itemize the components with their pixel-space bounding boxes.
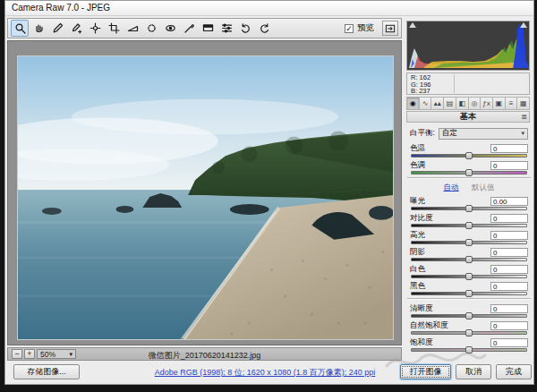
- slider-track[interactable]: [411, 314, 527, 318]
- slider-thumb[interactable]: [465, 222, 473, 229]
- adjustment-brush-tool-button[interactable]: [180, 20, 198, 37]
- slider-track[interactable]: [411, 292, 527, 295]
- zoom-tool-icon: [14, 22, 26, 34]
- slider-色温: 色温0: [410, 143, 528, 158]
- slider-value-input[interactable]: 0: [490, 161, 528, 170]
- fullscreen-toggle-button[interactable]: [382, 21, 398, 36]
- slider-track[interactable]: [411, 207, 527, 210]
- preview-status-strip: − + 50% ▾ 微信图片_20170620141232.jpg: [7, 347, 402, 361]
- default-link[interactable]: 默认值: [472, 183, 495, 192]
- preview-toggle: ✓ 预览: [345, 21, 398, 36]
- auto-default-row: 自动 默认值: [410, 183, 528, 192]
- slider-track[interactable]: [411, 241, 527, 244]
- slider-label: 色调: [410, 160, 425, 171]
- rotate-left-icon: [240, 22, 251, 34]
- slider-track[interactable]: [411, 348, 527, 352]
- done-button[interactable]: 完成: [496, 364, 532, 379]
- rotate-right-button[interactable]: [255, 20, 273, 37]
- slider-label: 自然饱和度: [410, 320, 448, 331]
- preview-checkbox[interactable]: ✓: [345, 24, 354, 33]
- adjustment-brush-tool-icon: [183, 22, 195, 34]
- slider-track[interactable]: [411, 171, 527, 175]
- slider-value-input[interactable]: 0: [490, 214, 528, 223]
- photo-preview[interactable]: [17, 55, 394, 340]
- white-balance-tool-button[interactable]: [48, 20, 66, 37]
- preferences-icon: [221, 22, 233, 34]
- targeted-adjustment-tool-button[interactable]: [86, 20, 104, 37]
- zoom-tool-button[interactable]: [11, 20, 29, 37]
- tab-effects[interactable]: ƒx: [481, 97, 493, 110]
- cancel-button[interactable]: 取消: [456, 364, 491, 379]
- slider-track[interactable]: [411, 224, 527, 227]
- tab-tone-curve[interactable]: ∿: [420, 97, 432, 110]
- open-image-button[interactable]: 打开图像: [400, 364, 451, 379]
- slider-track[interactable]: [411, 258, 527, 261]
- auto-link[interactable]: 自动: [444, 183, 459, 192]
- slider-thumb[interactable]: [465, 312, 473, 320]
- camera-raw-dialog: Camera Raw 7.0 - JPEG ✓ 预览: [4, 0, 534, 385]
- preferences-button[interactable]: [217, 20, 235, 37]
- slider-value-input[interactable]: 0: [490, 321, 528, 330]
- tab-basic-icon: ◉: [410, 99, 416, 107]
- slider-value-input[interactable]: 0: [490, 265, 528, 274]
- tab-detail-icon: ▴▴: [434, 99, 441, 107]
- tab-split-toning[interactable]: ◧: [456, 97, 469, 110]
- red-eye-tool-icon: [165, 22, 176, 34]
- slider-value-input[interactable]: 0: [490, 282, 528, 291]
- slider-thumb[interactable]: [465, 273, 473, 280]
- tab-camera-calibration[interactable]: ▣: [493, 97, 506, 110]
- slider-thumb[interactable]: [465, 152, 473, 159]
- slider-thumb[interactable]: [465, 169, 473, 176]
- basic-panel-controls: 白平衡: 自定 ▾ 色温0色调0 自动 默认值 曝光0.00对比度0高光0阴影0…: [407, 124, 531, 362]
- tab-lens-corrections[interactable]: ◎: [469, 97, 482, 110]
- slider-value-input[interactable]: 0: [490, 304, 528, 313]
- white-balance-select[interactable]: 自定 ▾: [439, 128, 528, 140]
- save-image-button[interactable]: 存储图像...: [13, 364, 80, 379]
- slider-thumb[interactable]: [465, 205, 473, 212]
- slider-高光: 高光0: [410, 230, 528, 244]
- slider-label: 黑色: [410, 281, 425, 292]
- slider-value-input[interactable]: 0: [490, 231, 528, 240]
- slider-thumb[interactable]: [465, 256, 473, 263]
- tab-lens-corrections-icon: ◎: [471, 99, 477, 107]
- tab-detail[interactable]: ▴▴: [431, 97, 444, 110]
- slider-track[interactable]: [411, 331, 527, 335]
- tab-snapshots[interactable]: ▦: [517, 97, 530, 110]
- workflow-options-link[interactable]: Adobe RGB (1998); 8 位; 1620 x 1080 (1.8 …: [131, 367, 399, 379]
- targeted-adjustment-tool-icon: [90, 22, 101, 34]
- highlight-clipping-icon[interactable]: [520, 22, 527, 28]
- toolbar: ✓ 预览: [7, 18, 402, 38]
- slider-track[interactable]: [411, 154, 527, 158]
- crop-tool-button[interactable]: [105, 20, 123, 37]
- slider-thumb[interactable]: [465, 239, 473, 246]
- tab-presets[interactable]: ≡: [506, 97, 518, 110]
- tab-hsl-grayscale[interactable]: ▤: [444, 97, 456, 110]
- slider-thumb[interactable]: [465, 290, 473, 297]
- graduated-filter-tool-button[interactable]: [199, 20, 217, 37]
- image-preview-area: [7, 40, 402, 345]
- hand-tool-button[interactable]: [30, 20, 47, 37]
- toolbar-tools: [11, 20, 273, 37]
- red-eye-tool-button[interactable]: [161, 20, 179, 37]
- slider-thumb[interactable]: [465, 329, 473, 337]
- straighten-tool-button[interactable]: [124, 20, 141, 37]
- tab-split-toning-icon: ◧: [458, 99, 465, 107]
- panel-menu-icon[interactable]: ≣: [521, 112, 527, 122]
- tab-basic[interactable]: ◉: [406, 97, 420, 110]
- spot-removal-tool-button[interactable]: [142, 20, 160, 37]
- preview-label: 预览: [357, 22, 374, 34]
- window-title: Camera Raw 7.0 - JPEG: [12, 3, 110, 13]
- histogram: [406, 21, 530, 71]
- beach-photo: [18, 56, 393, 339]
- color-sampler-tool-button[interactable]: [67, 20, 85, 37]
- filename-label: 微信图片_20170620141232.jpg: [8, 350, 401, 362]
- shadow-clipping-icon[interactable]: [409, 22, 416, 28]
- rotate-left-button[interactable]: [236, 20, 254, 37]
- tab-hsl-grayscale-icon: ▤: [447, 99, 454, 107]
- slider-value-input[interactable]: 0: [490, 144, 528, 153]
- slider-thumb[interactable]: [465, 346, 473, 354]
- slider-value-input[interactable]: 0: [490, 248, 528, 257]
- slider-value-input[interactable]: 0.00: [490, 197, 528, 206]
- slider-track[interactable]: [411, 275, 527, 278]
- slider-value-input[interactable]: 0: [490, 338, 528, 347]
